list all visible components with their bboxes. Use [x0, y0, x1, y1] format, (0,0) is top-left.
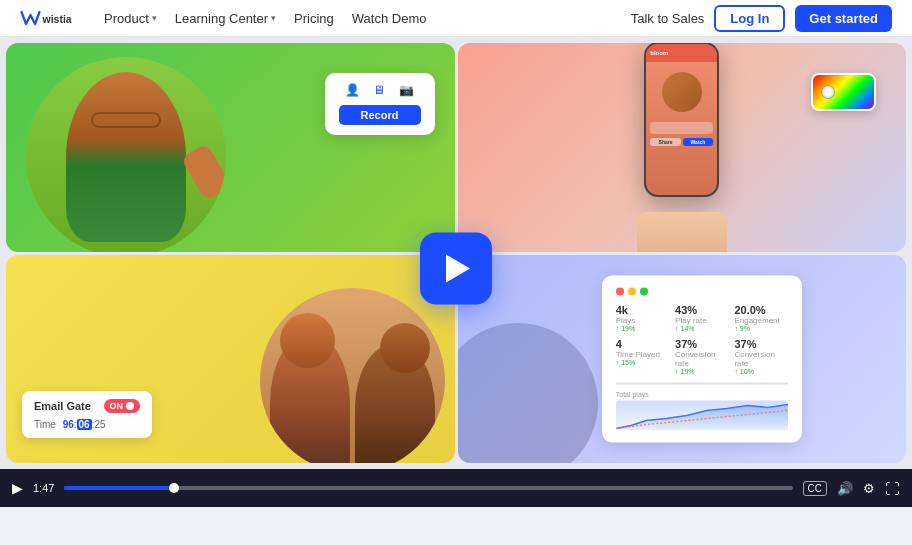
progress-dot	[169, 483, 179, 493]
color-card	[811, 73, 876, 111]
svg-text:wistia: wistia	[42, 13, 72, 25]
play-icon	[446, 254, 470, 282]
play-button[interactable]	[420, 232, 492, 304]
captions-button[interactable]: CC	[803, 481, 827, 496]
settings-button[interactable]: ⚙	[863, 481, 875, 496]
email-gate-time: Time 96:06:25	[34, 419, 140, 430]
stat-conversion-2: 37% Conversion rate ↑ 10%	[734, 337, 787, 374]
control-icons: CC 🔊 ⚙ ⛶	[803, 480, 900, 497]
record-widget: 👤 🖥 📷 Record	[325, 73, 435, 135]
nav-right: Talk to Sales Log In Get started	[631, 5, 892, 32]
time-display: 1:47	[33, 482, 54, 494]
volume-button[interactable]: 🔊	[837, 481, 853, 496]
stat-engagement: 20.0% Engagement ↑ 9%	[734, 303, 787, 331]
stat-conversion-1: 37% Conversion rate ↑ 19%	[675, 337, 728, 374]
dot-red	[616, 287, 624, 295]
quad-bottom-right: 4k Plays ↑ 19% 43% Play rate ↑ 14% 20.0%…	[458, 255, 907, 464]
toggle-circle	[126, 402, 134, 410]
email-gate-toggle[interactable]: ON	[104, 399, 141, 413]
screen-icon: 🖥	[373, 83, 385, 97]
nav-links: Product ▾ Learning Center ▾ Pricing Watc…	[96, 0, 631, 37]
chevron-down-icon: ▾	[152, 13, 157, 23]
analytics-chart	[616, 400, 788, 430]
quad-top-right: bloom Share Watch	[458, 43, 907, 252]
quad-bottom-left: Email Gate ON Time 96:06:25	[6, 255, 455, 464]
nav-watch-demo[interactable]: Watch Demo	[344, 0, 435, 37]
email-gate-label: Email Gate	[34, 400, 91, 412]
video-player: 👤 🖥 📷 Record bloom	[0, 37, 912, 507]
wistia-logo[interactable]: wistia	[20, 9, 80, 27]
stat-plays: 4k Plays ↑ 19%	[616, 303, 669, 331]
play-pause-button[interactable]: ▶	[12, 480, 23, 496]
navbar: wistia Product ▾ Learning Center ▾ Prici…	[0, 0, 912, 37]
chevron-down-icon: ▾	[271, 13, 276, 23]
record-button[interactable]: Record	[339, 105, 421, 125]
video-controls: ▶ 1:47 CC 🔊 ⚙ ⛶	[0, 469, 912, 507]
quad-top-left: 👤 🖥 📷 Record	[6, 43, 455, 252]
stat-time-played: 4 Time Played ↑ 15%	[616, 337, 669, 374]
progress-fill	[64, 486, 173, 490]
nav-learning-center[interactable]: Learning Center ▾	[167, 0, 284, 37]
analytics-grid: 4k Plays ↑ 19% 43% Play rate ↑ 14% 20.0%…	[616, 303, 788, 374]
email-gate-widget: Email Gate ON Time 96:06:25	[22, 391, 152, 438]
dot-yellow	[628, 287, 636, 295]
progress-bar[interactable]	[64, 486, 792, 490]
stat-play-rate: 43% Play rate ↑ 14%	[675, 303, 728, 331]
nav-product[interactable]: Product ▾	[96, 0, 165, 37]
talk-to-sales-link[interactable]: Talk to Sales	[631, 11, 705, 26]
chart-label: Total plays	[616, 390, 788, 397]
camera-icon: 📷	[399, 83, 414, 97]
person-icon: 👤	[345, 83, 360, 97]
analytics-card: 4k Plays ↑ 19% 43% Play rate ↑ 14% 20.0%…	[602, 275, 802, 442]
window-dots	[616, 287, 788, 295]
login-button[interactable]: Log In	[714, 5, 785, 32]
divider	[616, 382, 788, 384]
fullscreen-button[interactable]: ⛶	[885, 480, 900, 497]
nav-pricing[interactable]: Pricing	[286, 0, 342, 37]
dot-green	[640, 287, 648, 295]
get-started-button[interactable]: Get started	[795, 5, 892, 32]
